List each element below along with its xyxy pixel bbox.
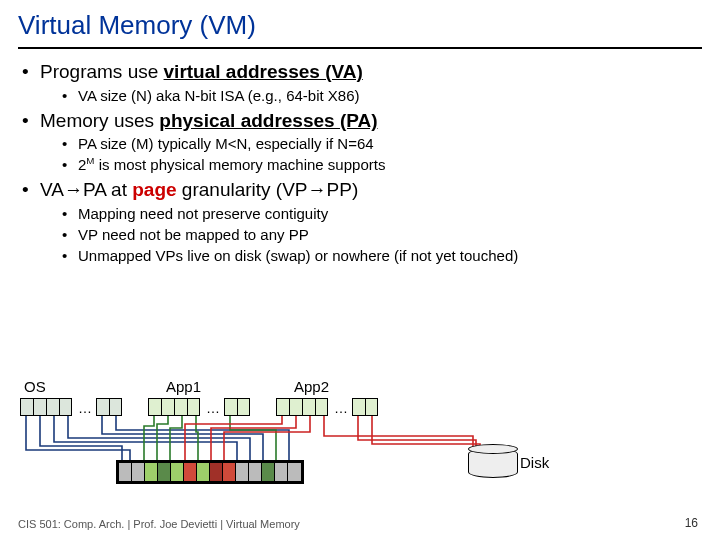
bullet-list: Programs use virtual addresses (VA) VA s… — [18, 59, 702, 266]
app2-addrspace — [276, 398, 328, 416]
bullet-3-sub-2: VP need not be mapped to any PP — [62, 224, 702, 245]
bullet-3: VA→PA at page granularity (VP→PP) Mappin… — [22, 177, 702, 266]
bullet-2: Memory uses physical addresses (PA) PA s… — [22, 108, 702, 176]
b3-red: page — [132, 179, 176, 200]
dots-1: … — [78, 400, 92, 416]
b3-pre: VA — [40, 179, 64, 200]
b3-mid1: PA at — [83, 179, 132, 200]
bullet-1-sub-1: VA size (N) aka N-bit ISA (e.g., 64-bit … — [62, 85, 702, 106]
bullet-2-bold: physical addresses (PA) — [159, 110, 377, 131]
bullet-1-pre: Programs use — [40, 61, 164, 82]
bullet-3-sub-1: Mapping need not preserve contiguity — [62, 203, 702, 224]
b2s2-post: is most physical memory machine supports — [94, 156, 385, 173]
b3-mid2: granularity (VP — [177, 179, 308, 200]
bullet-3-sub-3: Unmapped VPs live on disk (swap) or nowh… — [62, 245, 702, 266]
bullet-2-pre: Memory uses — [40, 110, 159, 131]
disk-icon: Disk — [468, 448, 528, 480]
physical-memory — [116, 460, 304, 484]
dots-2: … — [206, 400, 220, 416]
os-addrspace-2 — [96, 398, 122, 416]
dots-3: … — [334, 400, 348, 416]
bullet-1-bold: virtual addresses (VA) — [164, 61, 363, 82]
bullet-2-sub-1: PA size (M) typically M<N, especially if… — [62, 133, 702, 154]
app2-addrspace-2 — [352, 398, 378, 416]
bullet-1: Programs use virtual addresses (VA) VA s… — [22, 59, 702, 106]
b3-arrow2: → — [308, 179, 327, 200]
slide-title: Virtual Memory (VM) — [18, 10, 702, 49]
app1-addrspace — [148, 398, 200, 416]
app1-label: App1 — [166, 378, 201, 395]
footer-text: CIS 501: Comp. Arch. | Prof. Joe Deviett… — [18, 518, 300, 530]
page-number: 16 — [685, 516, 698, 530]
b3-end: PP) — [327, 179, 359, 200]
vm-figure: OS … App1 … App2 … — [18, 378, 702, 493]
bullet-2-sub-2: 2M is most physical memory machine suppo… — [62, 154, 702, 175]
app2-label: App2 — [294, 378, 329, 395]
app1-addrspace-2 — [224, 398, 250, 416]
os-label: OS — [24, 378, 46, 395]
b3-arrow1: → — [64, 179, 83, 200]
disk-label: Disk — [520, 454, 549, 471]
os-addrspace — [20, 398, 72, 416]
